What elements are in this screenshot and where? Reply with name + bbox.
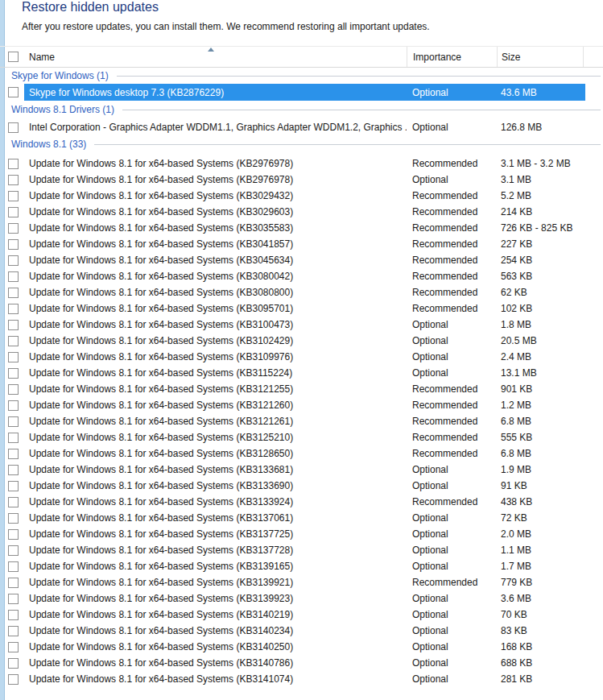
update-row[interactable]: Update for Windows 8.1 for x64-based Sys… — [0, 300, 603, 317]
update-row[interactable]: Update for Windows 8.1 for x64-based Sys… — [0, 397, 603, 413]
group-header[interactable]: Skype for Windows (1) — [0, 68, 603, 84]
row-checkbox[interactable] — [8, 175, 19, 185]
row-checkbox[interactable] — [8, 465, 19, 475]
update-row[interactable]: Update for Windows 8.1 for x64-based Sys… — [0, 526, 603, 542]
row-checkbox-cell — [0, 445, 24, 462]
update-row[interactable]: Update for Windows 8.1 for x64-based Sys… — [0, 365, 603, 381]
update-row[interactable]: Update for Windows 8.1 for x64-based Sys… — [0, 284, 603, 300]
update-row[interactable]: Update for Windows 8.1 for x64-based Sys… — [0, 429, 603, 445]
update-row[interactable]: Intel Corporation - Graphics Adapter WDD… — [0, 118, 603, 136]
update-row[interactable]: Update for Windows 8.1 for x64-based Sys… — [0, 317, 603, 333]
row-checkbox[interactable] — [8, 642, 19, 652]
row-checkbox[interactable] — [8, 674, 19, 685]
row-checkbox[interactable] — [8, 578, 19, 588]
row-content: Update for Windows 8.1 for x64-based Sys… — [24, 397, 585, 413]
row-checkbox[interactable] — [8, 481, 19, 491]
row-checkbox[interactable] — [8, 626, 19, 636]
row-checkbox[interactable] — [8, 529, 19, 540]
row-checkbox-cell — [0, 413, 24, 429]
update-size: 83 KB — [497, 623, 585, 639]
row-checkbox-cell — [0, 268, 24, 284]
update-row[interactable]: Update for Windows 8.1 for x64-based Sys… — [0, 252, 603, 268]
row-checkbox[interactable] — [8, 271, 19, 282]
row-checkbox[interactable] — [8, 400, 19, 411]
row-checkbox[interactable] — [8, 368, 19, 379]
row-checkbox-cell — [0, 252, 24, 268]
update-row[interactable]: Skype for Windows desktop 7.3 (KB2876229… — [0, 84, 603, 101]
row-checkbox[interactable] — [8, 610, 19, 620]
update-size: 43.6 MB — [497, 84, 585, 101]
update-name: Update for Windows 8.1 for x64-based Sys… — [24, 542, 407, 558]
group-header-rule — [94, 144, 601, 145]
column-header-name[interactable]: Name — [24, 47, 407, 67]
row-checkbox[interactable] — [8, 352, 19, 362]
column-header-size[interactable]: Size — [497, 47, 584, 67]
row-checkbox[interactable] — [8, 159, 19, 169]
row-checkbox[interactable] — [8, 545, 19, 556]
update-row[interactable]: Update for Windows 8.1 for x64-based Sys… — [0, 268, 603, 284]
update-row[interactable]: Update for Windows 8.1 for x64-based Sys… — [0, 204, 603, 220]
row-checkbox[interactable] — [8, 658, 19, 669]
row-checkbox[interactable] — [8, 513, 19, 524]
update-row[interactable]: Update for Windows 8.1 for x64-based Sys… — [0, 623, 603, 639]
row-checkbox[interactable] — [8, 384, 19, 395]
update-row[interactable]: Update for Windows 8.1 for x64-based Sys… — [0, 494, 603, 510]
row-checkbox[interactable] — [8, 433, 19, 443]
row-checkbox[interactable] — [8, 416, 19, 427]
update-name: Update for Windows 8.1 for x64-based Sys… — [24, 494, 407, 510]
update-row[interactable]: Update for Windows 8.1 for x64-based Sys… — [0, 607, 603, 623]
row-checkbox[interactable] — [8, 239, 19, 250]
update-row[interactable]: Update for Windows 8.1 for x64-based Sys… — [0, 381, 603, 397]
row-checkbox[interactable] — [8, 320, 19, 330]
update-row[interactable]: Update for Windows 8.1 for x64-based Sys… — [0, 655, 603, 671]
row-checkbox-cell — [0, 671, 24, 687]
update-row[interactable]: Update for Windows 8.1 for x64-based Sys… — [0, 510, 603, 526]
group-header[interactable]: Windows 8.1 (33) — [0, 136, 603, 155]
row-checkbox[interactable] — [8, 561, 19, 572]
row-checkbox-cell — [0, 365, 24, 381]
update-row[interactable]: Update for Windows 8.1 for x64-based Sys… — [0, 349, 603, 365]
row-checkbox[interactable] — [8, 191, 19, 201]
updates-list-body: Skype for Windows (1)Skype for Windows d… — [0, 68, 603, 687]
update-row[interactable]: Update for Windows 8.1 for x64-based Sys… — [0, 639, 603, 655]
update-row[interactable]: Update for Windows 8.1 for x64-based Sys… — [0, 478, 603, 494]
row-checkbox[interactable] — [8, 449, 19, 459]
row-checkbox-cell — [0, 462, 24, 478]
update-row[interactable]: Update for Windows 8.1 for x64-based Sys… — [0, 542, 603, 558]
row-checkbox[interactable] — [8, 255, 19, 266]
select-all-checkbox[interactable] — [8, 52, 19, 62]
update-row[interactable]: Update for Windows 8.1 for x64-based Sys… — [0, 172, 603, 188]
update-size: 1.7 MB — [497, 558, 585, 574]
update-row[interactable]: Update for Windows 8.1 for x64-based Sys… — [0, 671, 603, 687]
update-row[interactable]: Update for Windows 8.1 for x64-based Sys… — [0, 188, 603, 204]
row-checkbox-cell — [0, 155, 24, 172]
row-checkbox[interactable] — [8, 207, 19, 217]
update-row[interactable]: Update for Windows 8.1 for x64-based Sys… — [0, 445, 603, 462]
row-checkbox[interactable] — [8, 304, 19, 314]
update-row[interactable]: Update for Windows 8.1 for x64-based Sys… — [0, 333, 603, 349]
row-checkbox[interactable] — [8, 288, 19, 298]
column-header-importance[interactable]: Importance — [407, 47, 497, 67]
update-row[interactable]: Update for Windows 8.1 for x64-based Sys… — [0, 220, 603, 236]
group-header[interactable]: Windows 8.1 Drivers (1) — [0, 101, 603, 118]
row-checkbox[interactable] — [8, 122, 19, 133]
update-name: Update for Windows 8.1 for x64-based Sys… — [24, 317, 407, 333]
update-size: 168 KB — [497, 639, 585, 655]
update-importance: Optional — [407, 510, 497, 526]
update-row[interactable]: Update for Windows 8.1 for x64-based Sys… — [0, 236, 603, 252]
row-content: Update for Windows 8.1 for x64-based Sys… — [24, 655, 585, 671]
row-checkbox[interactable] — [8, 497, 19, 507]
update-row[interactable]: Update for Windows 8.1 for x64-based Sys… — [0, 462, 603, 478]
update-row[interactable]: Update for Windows 8.1 for x64-based Sys… — [0, 574, 603, 590]
row-checkbox[interactable] — [8, 594, 19, 604]
row-checkbox[interactable] — [8, 336, 19, 346]
row-checkbox[interactable] — [8, 223, 19, 234]
update-row[interactable]: Update for Windows 8.1 for x64-based Sys… — [0, 413, 603, 429]
update-name: Update for Windows 8.1 for x64-based Sys… — [24, 639, 407, 655]
row-content: Update for Windows 8.1 for x64-based Sys… — [24, 462, 585, 478]
update-importance: Optional — [407, 317, 497, 333]
update-row[interactable]: Update for Windows 8.1 for x64-based Sys… — [0, 590, 603, 607]
row-checkbox[interactable] — [8, 87, 19, 97]
update-row[interactable]: Update for Windows 8.1 for x64-based Sys… — [0, 558, 603, 574]
update-row[interactable]: Update for Windows 8.1 for x64-based Sys… — [0, 155, 603, 172]
